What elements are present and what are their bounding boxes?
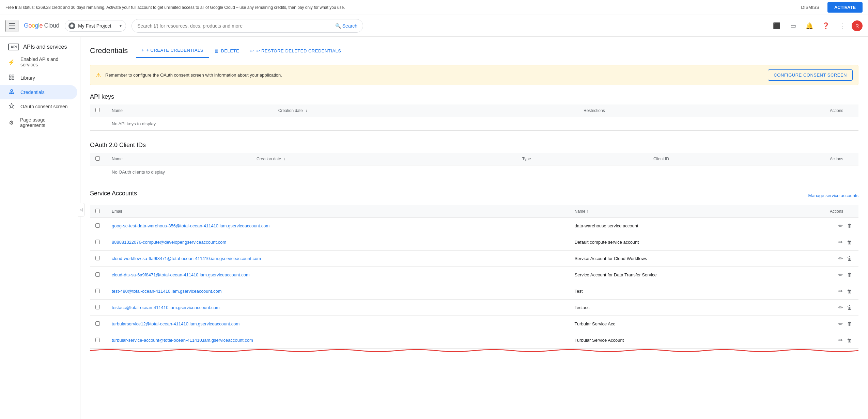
search-button[interactable]: 🔍 Search [335, 23, 357, 29]
sidebar-item-enabled-apis[interactable]: ⚡ Enabled APIs and services [0, 53, 77, 71]
sa-select-all-checkbox[interactable] [95, 209, 100, 213]
sa-name-cell: Service Account for Cloud Workflows [569, 251, 824, 267]
hamburger-menu[interactable] [5, 20, 18, 32]
sa-email-header: Email [106, 205, 569, 218]
sa-checkbox-cell [90, 251, 106, 267]
sa-email-link[interactable]: testacc@total-ocean-411410.iam.gservicea… [112, 305, 220, 310]
sidebar-item-library[interactable]: Library [0, 71, 77, 85]
sa-row-checkbox-7[interactable] [95, 338, 100, 342]
sa-email-cell: testacc@total-ocean-411410.iam.gservicea… [106, 300, 569, 316]
api-keys-select-all-checkbox[interactable] [95, 108, 100, 112]
sa-row-checkbox-6[interactable] [95, 321, 100, 326]
sa-edit-button-0[interactable]: ✏ [838, 222, 843, 230]
sa-name-header[interactable]: Name ↑ [569, 205, 824, 218]
sa-delete-button-6[interactable]: 🗑 [846, 320, 853, 328]
google-cloud-logo[interactable]: Google Cloud [24, 22, 59, 29]
chevron-down-icon: ▾ [120, 23, 122, 28]
sa-row-checkbox-2[interactable] [95, 256, 100, 260]
sa-edit-button-2[interactable]: ✏ [838, 255, 843, 262]
main-content: Credentials + + CREATE CREDENTIALS 🗑 DEL… [80, 37, 868, 419]
oauth-icon [8, 103, 15, 110]
sa-email-link[interactable]: cloud-workflow-sa-6a9f8471@total-ocean-4… [112, 256, 261, 261]
activate-button[interactable]: ACTIVATE [827, 2, 863, 13]
sa-email-cell: test-480@total-ocean-411410.iam.gservice… [106, 283, 569, 300]
add-icon: + [141, 48, 144, 53]
delete-button[interactable]: 🗑 DELETE [209, 44, 245, 58]
search-icon: 🔍 [335, 23, 341, 29]
sa-actions-header: Actions [824, 205, 858, 218]
sa-delete-button-2[interactable]: 🗑 [846, 255, 853, 262]
oauth-name-header: Name [106, 153, 251, 165]
sa-delete-button-5[interactable]: 🗑 [846, 304, 853, 311]
sa-email-link[interactable]: goog-sc-test-data-warehous-356@total-oce… [112, 223, 269, 228]
create-credentials-button[interactable]: + + CREATE CREDENTIALS [136, 44, 209, 58]
oauth-empty-row: No OAuth clients to display [90, 165, 858, 179]
sa-email-cell: 888881322076-compute@developer.gservicea… [106, 234, 569, 251]
bell-icon: 🔔 [806, 22, 813, 30]
search-bar[interactable]: 🔍 Search [131, 19, 363, 33]
sa-edit-button-4[interactable]: ✏ [838, 287, 843, 295]
sa-email-link[interactable]: 888881322076-compute@developer.gservicea… [112, 240, 226, 245]
svg-rect-1 [9, 75, 11, 77]
sa-edit-button-5[interactable]: ✏ [838, 304, 843, 311]
terminal-icon-button[interactable]: ▭ [786, 19, 800, 33]
sa-email-link[interactable]: cloud-dts-sa-6a9f8471@total-ocean-411410… [112, 272, 250, 277]
search-input[interactable] [137, 23, 332, 29]
project-icon [68, 22, 75, 29]
notifications-button[interactable]: 🔔 [803, 19, 816, 33]
api-badge: API [8, 44, 19, 50]
alert-content: ⚠ Remember to configure the OAuth consen… [96, 71, 282, 79]
restore-deleted-button[interactable]: ↩ ↩ RESTORE DELETED CREDENTIALS [245, 44, 346, 58]
header-actions: ⬛ ▭ 🔔 ❓ ⋮ R [770, 19, 863, 33]
sa-email-link[interactable]: turbular-service-account@total-ocean-411… [112, 338, 253, 343]
sa-row-checkbox-3[interactable] [95, 272, 100, 277]
service-accounts-header-row: Service Accounts Manage service accounts [90, 190, 858, 201]
sa-delete-button-3[interactable]: 🗑 [846, 271, 853, 279]
sa-row-checkbox-1[interactable] [95, 240, 100, 244]
sidebar-item-library-label: Library [20, 75, 35, 81]
sidebar-item-credentials[interactable]: Credentials [0, 85, 77, 99]
sa-checkbox-cell [90, 332, 106, 349]
sidebar-item-credentials-label: Credentials [20, 90, 45, 95]
sa-name-cell: Default compute service account [569, 234, 824, 251]
oauth-creation-date-header[interactable]: Creation date ↓ [251, 153, 517, 165]
sa-delete-button-7[interactable]: 🗑 [846, 336, 853, 344]
sidebar-collapse-button[interactable]: ◁ [78, 203, 84, 216]
help-icon: ❓ [822, 22, 830, 30]
sa-edit-button-7[interactable]: ✏ [838, 336, 843, 344]
oauth-select-all-checkbox[interactable] [95, 156, 100, 161]
api-header: API APIs and services [0, 39, 80, 53]
sa-email-link[interactable]: test-480@total-ocean-411410.iam.gservice… [112, 289, 221, 294]
sa-delete-button-0[interactable]: 🗑 [846, 222, 853, 230]
sa-row-checkbox-0[interactable] [95, 223, 100, 228]
oauth-empty-message: No OAuth clients to display [106, 165, 858, 179]
credentials-icon [8, 88, 15, 96]
sidebar-item-oauth[interactable]: OAuth consent screen [0, 99, 77, 114]
sa-row-checkbox-5[interactable] [95, 305, 100, 309]
configure-consent-screen-button[interactable]: CONFIGURE CONSENT SCREEN [768, 69, 853, 81]
sa-name-cell: Turbular Service Account [569, 332, 824, 349]
sa-delete-button-1[interactable]: 🗑 [846, 238, 853, 246]
sa-sort-icon: ↑ [587, 209, 589, 214]
user-avatar[interactable]: R [852, 20, 863, 31]
sa-delete-button-4[interactable]: 🗑 [846, 287, 853, 295]
sa-edit-button-6[interactable]: ✏ [838, 320, 843, 328]
dismiss-button[interactable]: DISMISS [797, 3, 823, 12]
sa-actions-cell: ✏ 🗑 [824, 316, 858, 332]
sa-email-link[interactable]: turbularservice12@total-ocean-411410.iam… [112, 321, 239, 326]
banner-text: Free trial status: €269.28 credit and 30… [5, 5, 345, 10]
help-button[interactable]: ❓ [819, 19, 833, 33]
more-options-button[interactable]: ⋮ [835, 19, 849, 33]
project-selector[interactable]: My First Project ▾ [65, 20, 126, 32]
api-keys-creation-date-header[interactable]: Creation date ↓ [273, 104, 578, 117]
table-row: cloud-dts-sa-6a9f8471@total-ocean-411410… [90, 267, 858, 283]
table-row: cloud-workflow-sa-6a9f8471@total-ocean-4… [90, 251, 858, 267]
table-row: 888881322076-compute@developer.gservicea… [90, 234, 858, 251]
sa-edit-button-3[interactable]: ✏ [838, 271, 843, 279]
shell-icon-button[interactable]: ⬛ [770, 19, 784, 33]
sa-row-checkbox-4[interactable] [95, 289, 100, 293]
api-keys-select-all-header [90, 104, 106, 117]
sa-edit-button-1[interactable]: ✏ [838, 238, 843, 246]
sidebar-item-page-usage[interactable]: ⚙ Page usage agreements [0, 114, 77, 131]
manage-service-accounts-link[interactable]: Manage service accounts [808, 193, 858, 198]
